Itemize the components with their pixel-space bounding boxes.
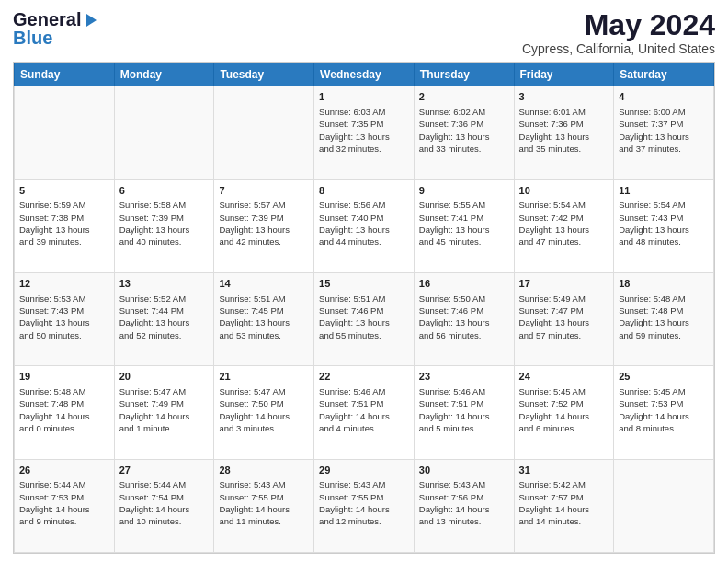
day-info: Sunrise: 5:48 AM Sunset: 7:48 PM Dayligh… (19, 385, 109, 434)
day-info: Sunrise: 5:47 AM Sunset: 7:49 PM Dayligh… (119, 385, 210, 434)
week-row-4: 19Sunrise: 5:48 AM Sunset: 7:48 PM Dayli… (15, 366, 714, 459)
day-number: 18 (619, 277, 709, 291)
day-info: Sunrise: 5:45 AM Sunset: 7:52 PM Dayligh… (519, 385, 609, 434)
day-info: Sunrise: 5:46 AM Sunset: 7:51 PM Dayligh… (419, 385, 509, 434)
day-header-saturday: Saturday (614, 63, 714, 86)
calendar-cell: 4Sunrise: 6:00 AM Sunset: 7:37 PM Daylig… (614, 86, 714, 179)
calendar-cell: 20Sunrise: 5:47 AM Sunset: 7:49 PM Dayli… (114, 366, 214, 459)
day-info: Sunrise: 5:54 AM Sunset: 7:42 PM Dayligh… (519, 199, 609, 247)
calendar-cell (15, 86, 115, 179)
calendar-body: 1Sunrise: 6:03 AM Sunset: 7:35 PM Daylig… (15, 86, 714, 553)
day-number: 9 (419, 184, 509, 198)
calendar-cell: 31Sunrise: 5:42 AM Sunset: 7:57 PM Dayli… (514, 459, 614, 552)
calendar-cell: 13Sunrise: 5:52 AM Sunset: 7:44 PM Dayli… (114, 272, 214, 365)
day-number: 28 (219, 464, 309, 477)
day-number: 21 (219, 370, 309, 384)
day-info: Sunrise: 5:56 AM Sunset: 7:40 PM Dayligh… (319, 199, 409, 247)
calendar-cell: 27Sunrise: 5:44 AM Sunset: 7:54 PM Dayli… (114, 459, 214, 552)
day-number: 31 (519, 464, 609, 477)
calendar-table: SundayMondayTuesdayWednesdayThursdayFrid… (14, 63, 714, 553)
day-header-thursday: Thursday (414, 63, 514, 86)
day-info: Sunrise: 5:43 AM Sunset: 7:56 PM Dayligh… (419, 478, 509, 527)
day-info: Sunrise: 5:51 AM Sunset: 7:45 PM Dayligh… (219, 293, 309, 341)
calendar-cell: 25Sunrise: 5:45 AM Sunset: 7:53 PM Dayli… (614, 366, 714, 459)
calendar-cell: 26Sunrise: 5:44 AM Sunset: 7:53 PM Dayli… (15, 459, 115, 552)
day-number: 27 (119, 464, 210, 477)
calendar-cell: 29Sunrise: 5:43 AM Sunset: 7:55 PM Dayli… (314, 459, 415, 552)
logo-icon (82, 12, 98, 29)
day-header-monday: Monday (114, 63, 214, 86)
day-number: 16 (419, 277, 509, 291)
day-number: 25 (619, 370, 709, 384)
day-info: Sunrise: 6:03 AM Sunset: 7:35 PM Dayligh… (319, 106, 409, 155)
calendar-cell: 1Sunrise: 6:03 AM Sunset: 7:35 PM Daylig… (314, 86, 415, 179)
calendar-cell: 30Sunrise: 5:43 AM Sunset: 7:56 PM Dayli… (414, 459, 514, 552)
day-info: Sunrise: 5:50 AM Sunset: 7:46 PM Dayligh… (419, 293, 509, 341)
day-number: 1 (319, 90, 409, 104)
day-number: 29 (319, 464, 409, 477)
calendar-cell: 22Sunrise: 5:46 AM Sunset: 7:51 PM Dayli… (314, 366, 415, 459)
calendar-header: SundayMondayTuesdayWednesdayThursdayFrid… (15, 63, 714, 86)
calendar-cell: 7Sunrise: 5:57 AM Sunset: 7:39 PM Daylig… (214, 179, 314, 272)
day-info: Sunrise: 5:59 AM Sunset: 7:38 PM Dayligh… (19, 199, 109, 247)
day-number: 20 (119, 370, 210, 384)
day-info: Sunrise: 5:53 AM Sunset: 7:43 PM Dayligh… (19, 293, 109, 341)
day-info: Sunrise: 5:43 AM Sunset: 7:55 PM Dayligh… (219, 478, 309, 527)
calendar-cell: 10Sunrise: 5:54 AM Sunset: 7:42 PM Dayli… (514, 179, 614, 272)
header-row: SundayMondayTuesdayWednesdayThursdayFrid… (15, 63, 714, 86)
day-number: 22 (319, 370, 409, 384)
day-info: Sunrise: 6:00 AM Sunset: 7:37 PM Dayligh… (619, 106, 709, 155)
day-info: Sunrise: 5:42 AM Sunset: 7:57 PM Dayligh… (519, 478, 609, 527)
header-right: May 2024 Cypress, California, United Sta… (522, 9, 715, 56)
day-number: 2 (419, 90, 509, 104)
day-header-tuesday: Tuesday (214, 63, 314, 86)
calendar-cell: 8Sunrise: 5:56 AM Sunset: 7:40 PM Daylig… (314, 179, 415, 272)
day-header-wednesday: Wednesday (314, 63, 415, 86)
calendar-cell: 12Sunrise: 5:53 AM Sunset: 7:43 PM Dayli… (15, 272, 115, 365)
calendar-cell (214, 86, 314, 179)
day-header-sunday: Sunday (15, 63, 115, 86)
day-info: Sunrise: 6:02 AM Sunset: 7:36 PM Dayligh… (419, 106, 509, 155)
day-number: 7 (219, 184, 309, 198)
calendar-cell: 15Sunrise: 5:51 AM Sunset: 7:46 PM Dayli… (314, 272, 415, 365)
calendar-cell: 28Sunrise: 5:43 AM Sunset: 7:55 PM Dayli… (214, 459, 314, 552)
calendar-cell: 2Sunrise: 6:02 AM Sunset: 7:36 PM Daylig… (414, 86, 514, 179)
calendar-cell: 16Sunrise: 5:50 AM Sunset: 7:46 PM Dayli… (414, 272, 514, 365)
day-info: Sunrise: 5:45 AM Sunset: 7:53 PM Dayligh… (619, 385, 709, 434)
day-info: Sunrise: 5:47 AM Sunset: 7:50 PM Dayligh… (219, 385, 309, 434)
calendar-cell: 5Sunrise: 5:59 AM Sunset: 7:38 PM Daylig… (15, 179, 115, 272)
day-number: 26 (19, 464, 109, 477)
day-number: 24 (519, 370, 609, 384)
svg-marker-0 (86, 14, 97, 27)
day-info: Sunrise: 5:51 AM Sunset: 7:46 PM Dayligh… (319, 293, 409, 341)
day-number: 10 (519, 184, 609, 198)
day-number: 14 (219, 277, 309, 291)
day-info: Sunrise: 5:54 AM Sunset: 7:43 PM Dayligh… (619, 199, 709, 247)
day-info: Sunrise: 5:55 AM Sunset: 7:41 PM Dayligh… (419, 199, 509, 247)
day-number: 5 (19, 184, 109, 198)
calendar-cell: 23Sunrise: 5:46 AM Sunset: 7:51 PM Dayli… (414, 366, 514, 459)
day-header-friday: Friday (514, 63, 614, 86)
calendar-cell: 19Sunrise: 5:48 AM Sunset: 7:48 PM Dayli… (15, 366, 115, 459)
day-number: 15 (319, 277, 409, 291)
day-info: Sunrise: 5:52 AM Sunset: 7:44 PM Dayligh… (119, 293, 210, 341)
day-number: 17 (519, 277, 609, 291)
day-info: Sunrise: 5:49 AM Sunset: 7:47 PM Dayligh… (519, 293, 609, 341)
day-number: 3 (519, 90, 609, 104)
day-info: Sunrise: 6:01 AM Sunset: 7:36 PM Dayligh… (519, 106, 609, 155)
week-row-5: 26Sunrise: 5:44 AM Sunset: 7:53 PM Dayli… (15, 459, 714, 552)
day-info: Sunrise: 5:57 AM Sunset: 7:39 PM Dayligh… (219, 199, 309, 247)
calendar-cell: 21Sunrise: 5:47 AM Sunset: 7:50 PM Dayli… (214, 366, 314, 459)
week-row-3: 12Sunrise: 5:53 AM Sunset: 7:43 PM Dayli… (15, 272, 714, 365)
calendar-cell: 9Sunrise: 5:55 AM Sunset: 7:41 PM Daylig… (414, 179, 514, 272)
calendar-cell: 24Sunrise: 5:45 AM Sunset: 7:52 PM Dayli… (514, 366, 614, 459)
calendar-cell: 14Sunrise: 5:51 AM Sunset: 7:45 PM Dayli… (214, 272, 314, 365)
day-number: 12 (19, 277, 109, 291)
page: General Blue May 2024 Cypress, Californi… (0, 0, 728, 563)
calendar-cell: 11Sunrise: 5:54 AM Sunset: 7:43 PM Dayli… (614, 179, 714, 272)
week-row-1: 1Sunrise: 6:03 AM Sunset: 7:35 PM Daylig… (15, 86, 714, 179)
calendar-cell (114, 86, 214, 179)
day-info: Sunrise: 5:43 AM Sunset: 7:55 PM Dayligh… (319, 478, 409, 527)
day-info: Sunrise: 5:44 AM Sunset: 7:53 PM Dayligh… (19, 478, 109, 527)
day-info: Sunrise: 5:44 AM Sunset: 7:54 PM Dayligh… (119, 478, 210, 527)
